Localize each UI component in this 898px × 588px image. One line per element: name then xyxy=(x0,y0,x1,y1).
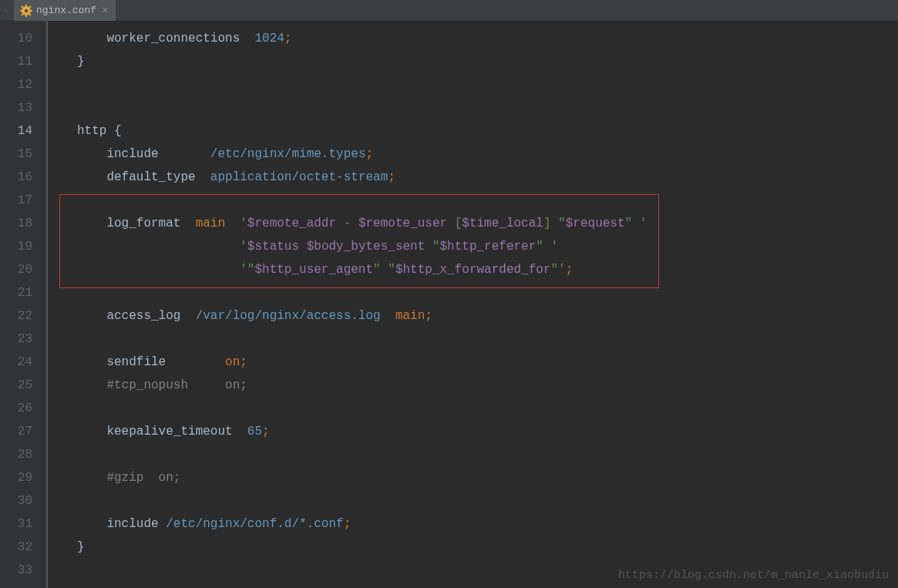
watermark-text: https://blog.csdn.net/m_nanle_xiaobudiu xyxy=(618,569,889,582)
tab-close-icon[interactable]: × xyxy=(100,5,109,17)
code-line[interactable]: access_log /var/log/nginx/access.log mai… xyxy=(48,304,898,328)
line-number[interactable]: 19 xyxy=(0,235,32,258)
line-number[interactable]: 31 xyxy=(0,512,32,536)
code-line[interactable] xyxy=(48,489,898,512)
line-number[interactable]: 27 xyxy=(0,420,32,443)
svg-line-7 xyxy=(29,14,31,15)
code-line[interactable]: } xyxy=(48,536,898,559)
code-line[interactable]: include /etc/nginx/conf.d/*.conf; xyxy=(48,512,898,536)
code-line[interactable] xyxy=(48,443,898,466)
code-line[interactable]: '$status $body_bytes_sent "$http_referer… xyxy=(48,235,898,258)
code-line[interactable]: log_format main '$remote_addr - $remote_… xyxy=(48,212,898,235)
tab-filename: nginx.conf xyxy=(36,5,96,16)
line-number[interactable]: 30 xyxy=(0,489,32,512)
code-line[interactable] xyxy=(48,96,898,119)
line-number[interactable]: 33 xyxy=(0,559,32,582)
line-number[interactable]: 10 xyxy=(0,27,32,50)
line-number[interactable]: 26 xyxy=(0,397,32,420)
tab-bar: ← nginx.conf × xyxy=(0,0,898,21)
line-number[interactable]: 21 xyxy=(0,281,32,304)
code-line[interactable]: } xyxy=(48,50,898,73)
line-number[interactable]: 13 xyxy=(0,96,32,119)
code-area[interactable]: worker_connections 1024; } http { includ… xyxy=(46,21,898,588)
line-number[interactable]: 15 xyxy=(0,143,32,166)
svg-line-6 xyxy=(22,6,23,8)
svg-line-9 xyxy=(29,6,31,8)
code-line[interactable]: '"$http_user_agent" "$http_x_forwarded_f… xyxy=(48,258,898,281)
settings-gear-icon xyxy=(20,5,32,17)
line-gutter: 10 11 12 13 14 15 16 17 18 19 20 21 22 2… xyxy=(0,21,46,588)
code-line[interactable] xyxy=(48,397,898,420)
file-tab[interactable]: nginx.conf × xyxy=(14,0,116,21)
code-line[interactable]: http { xyxy=(48,119,898,143)
line-number[interactable]: 11 xyxy=(0,50,32,73)
code-line[interactable]: worker_connections 1024; xyxy=(48,27,898,50)
code-line[interactable] xyxy=(48,189,898,212)
code-line[interactable]: #gzip on; xyxy=(48,466,898,489)
line-number[interactable]: 24 xyxy=(0,351,32,374)
svg-point-1 xyxy=(25,9,28,12)
line-number[interactable]: 14 xyxy=(0,119,32,143)
code-line[interactable]: sendfile on; xyxy=(48,351,898,374)
line-number[interactable]: 17 xyxy=(0,189,32,212)
code-line[interactable]: keepalive_timeout 65; xyxy=(48,420,898,443)
back-arrow-icon[interactable]: ← xyxy=(0,0,14,20)
line-number[interactable]: 18 xyxy=(0,212,32,235)
line-number[interactable]: 28 xyxy=(0,443,32,466)
line-number[interactable]: 25 xyxy=(0,374,32,397)
line-number[interactable]: 20 xyxy=(0,258,32,281)
line-number[interactable]: 22 xyxy=(0,304,32,328)
code-line[interactable]: #tcp_nopush on; xyxy=(48,374,898,397)
code-line[interactable] xyxy=(48,73,898,96)
line-number[interactable]: 12 xyxy=(0,73,32,96)
line-number[interactable]: 29 xyxy=(0,466,32,489)
code-line[interactable]: default_type application/octet-stream; xyxy=(48,166,898,189)
line-number[interactable]: 16 xyxy=(0,166,32,189)
line-number[interactable]: 23 xyxy=(0,328,32,351)
code-line[interactable] xyxy=(48,281,898,304)
line-number[interactable]: 32 xyxy=(0,536,32,559)
code-line[interactable] xyxy=(48,328,898,351)
code-line[interactable]: include /etc/nginx/mime.types; xyxy=(48,143,898,166)
svg-line-8 xyxy=(22,14,23,15)
editor: 10 11 12 13 14 15 16 17 18 19 20 21 22 2… xyxy=(0,21,898,588)
